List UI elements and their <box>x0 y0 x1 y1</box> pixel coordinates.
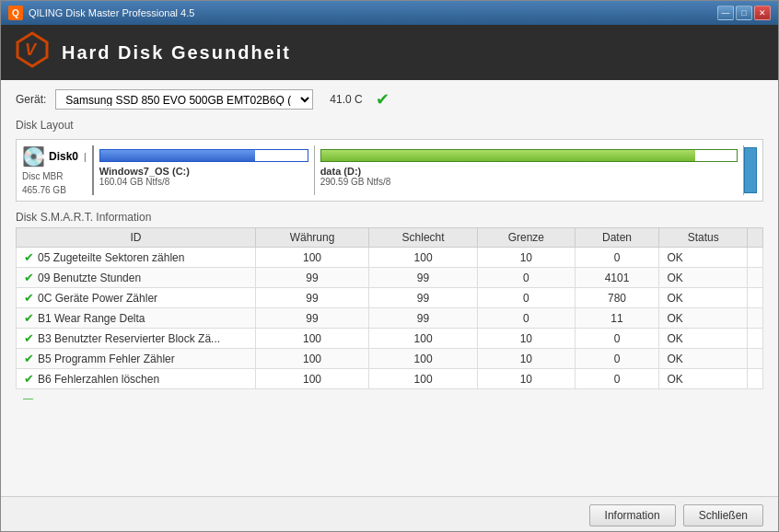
row-status-icon: ✔ <box>24 271 34 284</box>
window-title: QILING Disk Master Professional 4.5 <box>29 7 194 18</box>
cell-id: ✔B3 Benutzter Reservierter Block Zä... <box>17 329 256 349</box>
row-status-icon: ✔ <box>24 291 34 305</box>
table-row: ✔0C Geräte Power Zähler 99 99 0 780 OK <box>17 288 763 308</box>
cell-grenze: 10 <box>478 329 576 349</box>
col-header-daten: Daten <box>575 228 659 248</box>
cell-id: ✔0C Geräte Power Zähler <box>17 288 256 308</box>
cell-id: ✔05 Zugeteilte Sektoren zählen <box>17 248 256 268</box>
close-button[interactable]: Schließen <box>683 504 763 526</box>
table-row: ✔09 Benutzte Stunden 99 99 0 4101 OK <box>17 268 763 288</box>
main-content: Gerät: Samsung SSD 850 EVO 500GB EMT02B6… <box>1 80 778 532</box>
cell-waehrung: 100 <box>256 369 369 389</box>
cell-status: OK <box>659 329 748 349</box>
cell-grenze: 10 <box>478 349 576 369</box>
smart-table: ID Währung Schlecht Grenze Daten Status … <box>16 227 763 389</box>
cell-waehrung: 100 <box>256 329 369 349</box>
cell-status: OK <box>659 288 748 308</box>
app-title: Hard Disk Gesundheit <box>62 42 291 64</box>
col-header-extra <box>748 228 763 248</box>
disk-info: 💽 Disk0 | Disc MBR 465.76 GB <box>22 145 92 195</box>
cell-waehrung: 99 <box>256 268 369 288</box>
title-bar-left: Q QILING Disk Master Professional 4.5 <box>8 6 194 20</box>
col-header-id: ID <box>17 228 256 248</box>
table-row: ✔B6 Fehlerzahlen löschen 100 100 10 0 OK <box>17 369 763 389</box>
col-header-waehrung: Währung <box>256 228 369 248</box>
information-button[interactable]: Information <box>589 504 676 526</box>
device-label: Gerät: <box>16 93 46 106</box>
cell-id: ✔B5 Programm Fehler Zähler <box>17 349 256 369</box>
device-select[interactable]: Samsung SSD 850 EVO 500GB EMT02B6Q (500 … <box>55 89 313 110</box>
disk-layout-box: 💽 Disk0 | Disc MBR 465.76 GB Windows7_OS… <box>16 139 763 202</box>
partition-d-label: data (D:) <box>320 166 738 177</box>
cell-grenze: 10 <box>478 248 576 268</box>
partition-c-label: Windows7_OS (C:) <box>99 166 308 177</box>
cell-status: OK <box>659 268 748 288</box>
row-status-icon: ✔ <box>24 250 34 264</box>
cell-daten: 0 <box>575 349 659 369</box>
row-status-icon: ✔ <box>24 352 34 365</box>
cell-extra <box>748 288 763 308</box>
cell-waehrung: 99 <box>256 288 369 308</box>
cell-waehrung: 100 <box>256 349 369 369</box>
table-row: ✔B3 Benutzter Reservierter Block Zä... 1… <box>17 329 763 349</box>
app-window: Q QILING Disk Master Professional 4.5 — … <box>0 0 779 532</box>
cell-status: OK <box>659 248 748 268</box>
cell-extra <box>748 369 763 389</box>
col-header-schlecht: Schlecht <box>369 228 478 248</box>
disk-partition-indicator: | <box>84 152 87 162</box>
table-row: ✔05 Zugeteilte Sektoren zählen 100 100 1… <box>17 248 763 268</box>
cell-id: ✔B6 Fehlerzahlen löschen <box>17 369 256 389</box>
partition-c-detail: 160.04 GB Ntfs/8 <box>99 177 308 187</box>
cell-id: ✔09 Benutzte Stunden <box>17 268 256 288</box>
cell-status: OK <box>659 349 748 369</box>
cell-extra <box>748 268 763 288</box>
health-status-icon: ✔ <box>376 89 390 110</box>
cell-status: OK <box>659 308 748 329</box>
col-header-grenze: Grenze <box>478 228 576 248</box>
cell-daten: 0 <box>575 329 659 349</box>
cell-daten: 11 <box>575 308 659 329</box>
disk-layout-title: Disk Layout <box>16 119 763 133</box>
disk-type: Disc MBR <box>22 171 87 181</box>
cell-schlecht: 100 <box>369 329 478 349</box>
app-logo: V <box>16 31 49 75</box>
partition-c: Windows7_OS (C:) 160.04 GB Ntfs/8 <box>94 145 315 195</box>
cell-grenze: 0 <box>478 268 576 288</box>
cell-waehrung: 100 <box>256 248 369 268</box>
app-header: V Hard Disk Gesundheit <box>1 25 778 80</box>
cell-status: OK <box>659 369 748 389</box>
svg-text:V: V <box>25 40 38 59</box>
cell-extra <box>748 349 763 369</box>
app-icon: Q <box>8 6 23 20</box>
partition-container: Windows7_OS (C:) 160.04 GB Ntfs/8 data (… <box>92 145 757 195</box>
smart-partial-indicator: — <box>16 389 763 406</box>
cell-schlecht: 99 <box>369 268 478 288</box>
table-row: ✔B1 Wear Range Delta 99 99 0 11 OK <box>17 308 763 329</box>
maximize-button[interactable]: □ <box>736 6 752 20</box>
cell-id: ✔B1 Wear Range Delta <box>17 308 256 329</box>
partition-c-bar-fill <box>100 150 256 161</box>
minimize-button[interactable]: — <box>717 6 734 20</box>
disk-drive-icon: 💽 <box>22 145 45 168</box>
row-status-icon: ✔ <box>24 372 34 386</box>
cell-extra <box>748 329 763 349</box>
cell-extra <box>748 248 763 268</box>
cell-daten: 0 <box>575 369 659 389</box>
cell-extra <box>748 308 763 329</box>
disk-size: 465.76 GB <box>22 185 87 195</box>
cell-grenze: 0 <box>478 308 576 329</box>
cell-daten: 780 <box>575 288 659 308</box>
smart-section-title: Disk S.M.A.R.T. Information <box>16 211 763 224</box>
partition-d-bar-fill <box>321 150 695 161</box>
cell-schlecht: 99 <box>369 288 478 308</box>
title-bar: Q QILING Disk Master Professional 4.5 — … <box>1 1 778 25</box>
cell-schlecht: 99 <box>369 308 478 329</box>
cell-waehrung: 99 <box>256 308 369 329</box>
temperature-display: 41.0 C <box>330 93 362 106</box>
disk-icon-row: 💽 Disk0 | <box>22 145 87 168</box>
partition-d-bar <box>320 149 738 162</box>
table-row: ✔B5 Programm Fehler Zähler 100 100 10 0 … <box>17 349 763 369</box>
cell-schlecht: 100 <box>369 349 478 369</box>
close-window-button[interactable]: ✕ <box>754 6 771 20</box>
cell-daten: 0 <box>575 248 659 268</box>
